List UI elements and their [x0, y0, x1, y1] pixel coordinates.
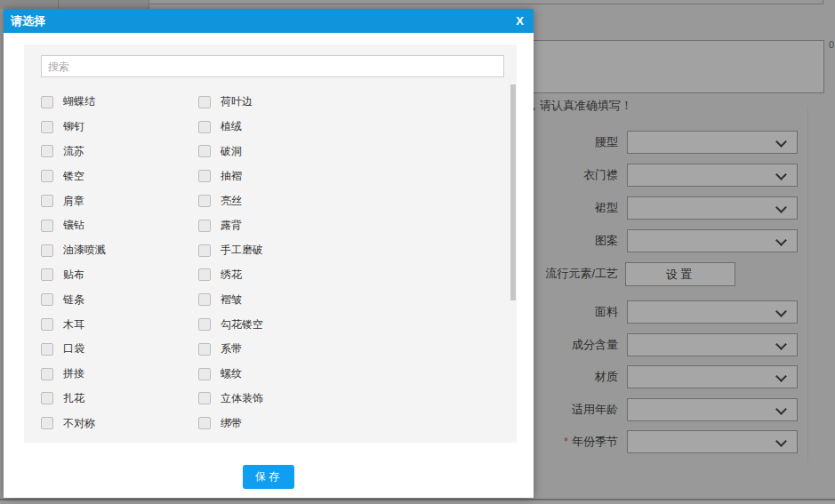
option-checkbox[interactable]	[41, 244, 53, 257]
option-checkbox[interactable]	[41, 368, 53, 380]
option-checkbox[interactable]	[198, 244, 211, 257]
chevron-down-icon	[775, 371, 787, 382]
option-label: 肩章	[63, 194, 84, 209]
option-row: 油漆喷溅手工磨破	[41, 238, 499, 263]
option-label: 木耳	[63, 317, 84, 332]
option-checkbox[interactable]	[198, 170, 211, 182]
dialog-header: 请选择 X	[4, 9, 534, 33]
option-checkbox[interactable]	[198, 96, 211, 108]
chevron-down-icon	[775, 202, 787, 213]
option-checkbox[interactable]	[198, 195, 211, 207]
option-label: 绑带	[221, 416, 242, 431]
option-row: 口袋系带	[41, 337, 499, 362]
option-checkbox[interactable]	[198, 121, 211, 133]
option-row: 扎花立体装饰	[41, 387, 499, 412]
option-checkbox[interactable]	[198, 368, 211, 380]
option-item: 荷叶边	[198, 94, 499, 109]
option-label: 贴布	[63, 268, 84, 283]
option-item: 勾花镂空	[198, 317, 499, 332]
chevron-down-icon	[775, 339, 787, 350]
option-checkbox[interactable]	[198, 343, 211, 356]
form-select-8[interactable]	[627, 398, 798, 421]
option-item: 贴布	[41, 268, 198, 283]
option-label: 荷叶边	[221, 94, 253, 109]
option-checkbox[interactable]	[41, 417, 53, 429]
option-label: 系带	[221, 341, 242, 356]
option-item: 不对称	[41, 416, 198, 431]
form-select-5[interactable]	[627, 300, 798, 324]
form-label: 裙型	[595, 196, 618, 220]
form-label: 面料	[595, 300, 618, 324]
option-row: 贴布绣花	[41, 263, 499, 288]
option-checkbox[interactable]	[198, 293, 211, 306]
option-checkbox[interactable]	[198, 145, 211, 157]
option-checkbox[interactable]	[41, 170, 53, 182]
option-label: 勾花镂空	[221, 317, 263, 332]
option-item: 抽褶	[198, 169, 499, 184]
option-label: 褶皱	[221, 292, 242, 308]
option-item: 肩章	[41, 194, 198, 209]
option-checkbox[interactable]	[198, 417, 211, 429]
option-item: 绣花	[198, 268, 499, 283]
chevron-down-icon	[775, 404, 787, 415]
form-select-9[interactable]	[627, 430, 798, 453]
search-input[interactable]	[41, 55, 504, 77]
option-item: 螺纹	[198, 366, 499, 381]
option-checkbox[interactable]	[41, 121, 53, 133]
option-row: 不对称绑带	[41, 411, 499, 436]
option-checkbox[interactable]	[198, 318, 211, 331]
page-bottom-band	[0, 500, 835, 504]
form-label: 成分含量	[572, 333, 618, 356]
form-notice: ，请认真准确填写！	[528, 98, 632, 114]
option-row: 镂空抽褶	[41, 164, 499, 188]
option-label: 绣花	[221, 268, 242, 283]
option-item: 露背	[198, 218, 499, 233]
option-row: 铆钉植绒	[41, 115, 499, 140]
option-label: 手工磨破	[221, 243, 263, 258]
option-checkbox[interactable]	[41, 145, 53, 157]
form-select-7[interactable]	[627, 365, 798, 388]
option-checkbox[interactable]	[41, 268, 53, 281]
chevron-down-icon	[775, 136, 787, 148]
option-label: 亮丝	[221, 194, 242, 209]
option-checkbox[interactable]	[41, 293, 53, 306]
background-tab-strip	[0, 0, 149, 9]
option-row: 肩章亮丝	[41, 188, 499, 213]
background-tab-divider	[58, 0, 59, 9]
save-button[interactable]: 保存	[243, 465, 294, 489]
chevron-down-icon	[775, 436, 787, 447]
settings-button[interactable]: 设置	[625, 262, 735, 286]
options-panel: 蝴蝶结荷叶边铆钉植绒流苏破洞镂空抽褶肩章亮丝镶钻露背油漆喷溅手工磨破贴布绣花链条…	[24, 44, 517, 443]
option-label: 扎花	[63, 391, 84, 406]
form-select-1[interactable]	[627, 164, 798, 187]
option-label: 立体装饰	[221, 391, 263, 406]
form-label: 衣门襟	[583, 164, 618, 187]
form-select-0[interactable]	[627, 131, 798, 154]
option-item: 亮丝	[198, 194, 499, 209]
option-checkbox[interactable]	[198, 268, 211, 281]
option-label: 口袋	[63, 341, 84, 356]
option-checkbox[interactable]	[41, 343, 53, 356]
form-select-6[interactable]	[627, 333, 798, 356]
option-item: 木耳	[41, 317, 198, 332]
page: 0 ，请认真准确填写！ 腰型衣门襟裙型图案流行元素/工艺设置面料成分含量材质适用…	[0, 0, 835, 504]
option-checkbox[interactable]	[41, 195, 53, 207]
chevron-down-icon	[775, 235, 787, 246]
option-label: 破洞	[221, 144, 242, 159]
background-tab-divider	[149, 0, 149, 9]
option-checkbox[interactable]	[198, 392, 211, 404]
option-checkbox[interactable]	[41, 220, 53, 232]
form-label: *年份季节	[564, 430, 618, 453]
option-checkbox[interactable]	[41, 318, 53, 331]
option-item: 镂空	[41, 169, 198, 184]
option-item: 蝴蝶结	[41, 94, 198, 109]
scrollbar-thumb[interactable]	[510, 84, 516, 300]
option-checkbox[interactable]	[41, 392, 53, 404]
background-border	[149, 4, 823, 4]
form-select-2[interactable]	[627, 196, 798, 220]
form-select-3[interactable]	[627, 229, 798, 252]
option-checkbox[interactable]	[198, 220, 211, 232]
option-checkbox[interactable]	[41, 96, 53, 108]
option-label: 植绒	[221, 119, 242, 134]
close-icon[interactable]: X	[516, 9, 524, 33]
